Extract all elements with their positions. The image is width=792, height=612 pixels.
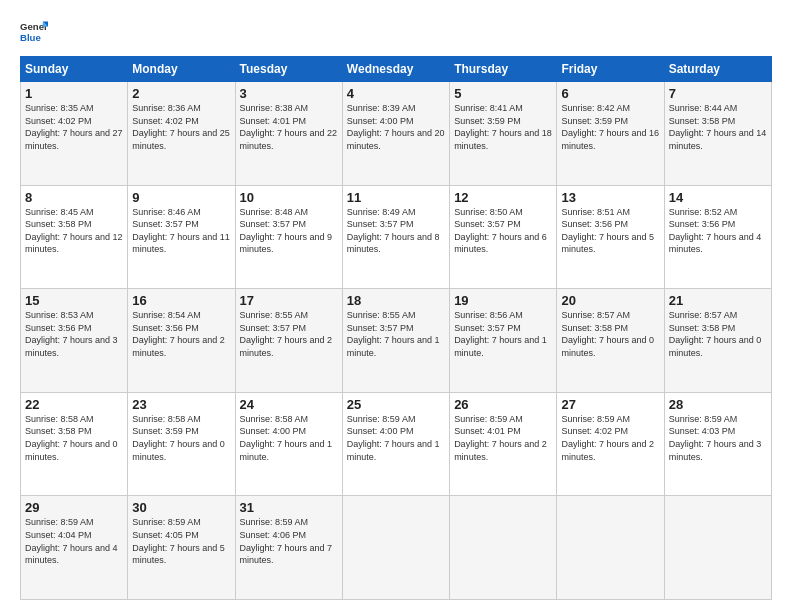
table-row: 8Sunrise: 8:45 AM Sunset: 3:58 PM Daylig…	[21, 185, 128, 289]
table-row: 31Sunrise: 8:59 AM Sunset: 4:06 PM Dayli…	[235, 496, 342, 600]
day-number: 3	[240, 86, 338, 101]
calendar-table: Sunday Monday Tuesday Wednesday Thursday…	[20, 56, 772, 600]
calendar-week-4: 22Sunrise: 8:58 AM Sunset: 3:58 PM Dayli…	[21, 392, 772, 496]
day-info: Sunrise: 8:59 AM Sunset: 4:06 PM Dayligh…	[240, 516, 338, 566]
table-row: 22Sunrise: 8:58 AM Sunset: 3:58 PM Dayli…	[21, 392, 128, 496]
col-monday: Monday	[128, 57, 235, 82]
table-row: 13Sunrise: 8:51 AM Sunset: 3:56 PM Dayli…	[557, 185, 664, 289]
table-row: 3Sunrise: 8:38 AM Sunset: 4:01 PM Daylig…	[235, 82, 342, 186]
table-row: 10Sunrise: 8:48 AM Sunset: 3:57 PM Dayli…	[235, 185, 342, 289]
day-info: Sunrise: 8:51 AM Sunset: 3:56 PM Dayligh…	[561, 206, 659, 256]
day-info: Sunrise: 8:59 AM Sunset: 4:03 PM Dayligh…	[669, 413, 767, 463]
day-info: Sunrise: 8:52 AM Sunset: 3:56 PM Dayligh…	[669, 206, 767, 256]
table-row: 25Sunrise: 8:59 AM Sunset: 4:00 PM Dayli…	[342, 392, 449, 496]
calendar-week-1: 1Sunrise: 8:35 AM Sunset: 4:02 PM Daylig…	[21, 82, 772, 186]
day-info: Sunrise: 8:54 AM Sunset: 3:56 PM Dayligh…	[132, 309, 230, 359]
day-info: Sunrise: 8:41 AM Sunset: 3:59 PM Dayligh…	[454, 102, 552, 152]
day-number: 10	[240, 190, 338, 205]
table-row: 27Sunrise: 8:59 AM Sunset: 4:02 PM Dayli…	[557, 392, 664, 496]
table-row	[557, 496, 664, 600]
col-friday: Friday	[557, 57, 664, 82]
table-row: 29Sunrise: 8:59 AM Sunset: 4:04 PM Dayli…	[21, 496, 128, 600]
day-number: 13	[561, 190, 659, 205]
day-info: Sunrise: 8:57 AM Sunset: 3:58 PM Dayligh…	[561, 309, 659, 359]
day-info: Sunrise: 8:59 AM Sunset: 4:02 PM Dayligh…	[561, 413, 659, 463]
table-row: 7Sunrise: 8:44 AM Sunset: 3:58 PM Daylig…	[664, 82, 771, 186]
day-number: 11	[347, 190, 445, 205]
table-row: 26Sunrise: 8:59 AM Sunset: 4:01 PM Dayli…	[450, 392, 557, 496]
day-info: Sunrise: 8:55 AM Sunset: 3:57 PM Dayligh…	[347, 309, 445, 359]
logo: General Blue	[20, 18, 48, 46]
day-number: 8	[25, 190, 123, 205]
day-info: Sunrise: 8:46 AM Sunset: 3:57 PM Dayligh…	[132, 206, 230, 256]
day-info: Sunrise: 8:55 AM Sunset: 3:57 PM Dayligh…	[240, 309, 338, 359]
calendar-week-2: 8Sunrise: 8:45 AM Sunset: 3:58 PM Daylig…	[21, 185, 772, 289]
table-row: 12Sunrise: 8:50 AM Sunset: 3:57 PM Dayli…	[450, 185, 557, 289]
table-row: 20Sunrise: 8:57 AM Sunset: 3:58 PM Dayli…	[557, 289, 664, 393]
day-number: 2	[132, 86, 230, 101]
col-thursday: Thursday	[450, 57, 557, 82]
table-row: 28Sunrise: 8:59 AM Sunset: 4:03 PM Dayli…	[664, 392, 771, 496]
table-row: 5Sunrise: 8:41 AM Sunset: 3:59 PM Daylig…	[450, 82, 557, 186]
col-tuesday: Tuesday	[235, 57, 342, 82]
calendar-page: General Blue Sunday Monday Tuesday Wedne…	[0, 0, 792, 612]
col-sunday: Sunday	[21, 57, 128, 82]
table-row	[664, 496, 771, 600]
table-row: 30Sunrise: 8:59 AM Sunset: 4:05 PM Dayli…	[128, 496, 235, 600]
table-row: 2Sunrise: 8:36 AM Sunset: 4:02 PM Daylig…	[128, 82, 235, 186]
day-info: Sunrise: 8:44 AM Sunset: 3:58 PM Dayligh…	[669, 102, 767, 152]
day-info: Sunrise: 8:49 AM Sunset: 3:57 PM Dayligh…	[347, 206, 445, 256]
day-number: 7	[669, 86, 767, 101]
day-number: 24	[240, 397, 338, 412]
day-info: Sunrise: 8:59 AM Sunset: 4:01 PM Dayligh…	[454, 413, 552, 463]
day-number: 6	[561, 86, 659, 101]
day-info: Sunrise: 8:48 AM Sunset: 3:57 PM Dayligh…	[240, 206, 338, 256]
day-number: 30	[132, 500, 230, 515]
day-number: 23	[132, 397, 230, 412]
calendar-week-3: 15Sunrise: 8:53 AM Sunset: 3:56 PM Dayli…	[21, 289, 772, 393]
day-info: Sunrise: 8:50 AM Sunset: 3:57 PM Dayligh…	[454, 206, 552, 256]
day-number: 21	[669, 293, 767, 308]
day-info: Sunrise: 8:53 AM Sunset: 3:56 PM Dayligh…	[25, 309, 123, 359]
table-row: 4Sunrise: 8:39 AM Sunset: 4:00 PM Daylig…	[342, 82, 449, 186]
table-row: 16Sunrise: 8:54 AM Sunset: 3:56 PM Dayli…	[128, 289, 235, 393]
calendar: Sunday Monday Tuesday Wednesday Thursday…	[20, 56, 772, 600]
day-info: Sunrise: 8:56 AM Sunset: 3:57 PM Dayligh…	[454, 309, 552, 359]
day-number: 26	[454, 397, 552, 412]
day-info: Sunrise: 8:59 AM Sunset: 4:05 PM Dayligh…	[132, 516, 230, 566]
day-number: 15	[25, 293, 123, 308]
table-row: 21Sunrise: 8:57 AM Sunset: 3:58 PM Dayli…	[664, 289, 771, 393]
table-row: 11Sunrise: 8:49 AM Sunset: 3:57 PM Dayli…	[342, 185, 449, 289]
day-info: Sunrise: 8:58 AM Sunset: 4:00 PM Dayligh…	[240, 413, 338, 463]
table-row: 19Sunrise: 8:56 AM Sunset: 3:57 PM Dayli…	[450, 289, 557, 393]
table-row: 18Sunrise: 8:55 AM Sunset: 3:57 PM Dayli…	[342, 289, 449, 393]
day-number: 31	[240, 500, 338, 515]
day-info: Sunrise: 8:42 AM Sunset: 3:59 PM Dayligh…	[561, 102, 659, 152]
day-number: 4	[347, 86, 445, 101]
day-info: Sunrise: 8:36 AM Sunset: 4:02 PM Dayligh…	[132, 102, 230, 152]
table-row: 23Sunrise: 8:58 AM Sunset: 3:59 PM Dayli…	[128, 392, 235, 496]
table-row: 6Sunrise: 8:42 AM Sunset: 3:59 PM Daylig…	[557, 82, 664, 186]
day-number: 29	[25, 500, 123, 515]
day-info: Sunrise: 8:59 AM Sunset: 4:00 PM Dayligh…	[347, 413, 445, 463]
day-number: 1	[25, 86, 123, 101]
day-info: Sunrise: 8:39 AM Sunset: 4:00 PM Dayligh…	[347, 102, 445, 152]
day-info: Sunrise: 8:35 AM Sunset: 4:02 PM Dayligh…	[25, 102, 123, 152]
day-info: Sunrise: 8:59 AM Sunset: 4:04 PM Dayligh…	[25, 516, 123, 566]
day-number: 17	[240, 293, 338, 308]
table-row	[450, 496, 557, 600]
header: General Blue	[20, 18, 772, 46]
day-info: Sunrise: 8:45 AM Sunset: 3:58 PM Dayligh…	[25, 206, 123, 256]
day-number: 18	[347, 293, 445, 308]
day-info: Sunrise: 8:58 AM Sunset: 3:58 PM Dayligh…	[25, 413, 123, 463]
calendar-header-row: Sunday Monday Tuesday Wednesday Thursday…	[21, 57, 772, 82]
logo-icon: General Blue	[20, 18, 48, 46]
day-info: Sunrise: 8:38 AM Sunset: 4:01 PM Dayligh…	[240, 102, 338, 152]
day-number: 22	[25, 397, 123, 412]
day-number: 27	[561, 397, 659, 412]
calendar-week-5: 29Sunrise: 8:59 AM Sunset: 4:04 PM Dayli…	[21, 496, 772, 600]
svg-text:Blue: Blue	[20, 32, 41, 43]
day-info: Sunrise: 8:58 AM Sunset: 3:59 PM Dayligh…	[132, 413, 230, 463]
day-number: 19	[454, 293, 552, 308]
table-row: 9Sunrise: 8:46 AM Sunset: 3:57 PM Daylig…	[128, 185, 235, 289]
